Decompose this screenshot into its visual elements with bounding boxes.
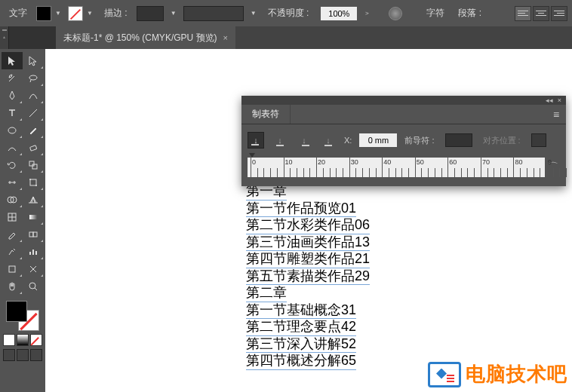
leader-input[interactable] — [445, 133, 472, 147]
panel-collapse-icon[interactable]: ◂◂ — [546, 96, 553, 104]
svg-point-6 — [35, 185, 37, 186]
fill-color-box[interactable] — [6, 301, 27, 322]
ruler-tick-label: 40 — [383, 158, 391, 166]
text-line[interactable]: 第一节作品预览01 — [246, 201, 356, 218]
recolor-icon[interactable] — [389, 7, 402, 20]
slice-tool[interactable] — [23, 260, 44, 277]
ruler-minor-tick — [527, 168, 527, 177]
ruler-minor-tick — [343, 168, 343, 177]
character-link[interactable]: 字符 — [422, 7, 449, 20]
align-left-button[interactable] — [515, 6, 531, 21]
curvature-tool[interactable] — [23, 87, 44, 104]
align-on-input[interactable] — [531, 133, 546, 147]
align-on-label: 对齐位置 : — [483, 135, 521, 146]
symbol-sprayer-tool[interactable] — [2, 243, 23, 260]
perspective-grid-tool[interactable] — [23, 191, 44, 208]
center-tab-button[interactable]: ↓ — [272, 132, 288, 149]
none-mode-button[interactable] — [30, 334, 42, 346]
panel-close-icon[interactable]: × — [558, 96, 561, 104]
text-line[interactable]: 第三节深入讲解52 — [246, 336, 356, 354]
blend-tool[interactable] — [23, 225, 44, 243]
text-line[interactable]: 第二节理念要点42 — [246, 319, 356, 336]
fill-swatch-group[interactable]: ▼ — [36, 6, 63, 21]
color-mode-button[interactable] — [3, 334, 15, 346]
text-line[interactable]: 第四节概述分解65 — [246, 353, 356, 370]
align-right-button[interactable] — [551, 6, 567, 21]
panel-menu-icon[interactable]: ≡ — [546, 105, 566, 124]
ruler-minor-tick — [421, 168, 422, 177]
free-transform-tool[interactable] — [23, 173, 44, 191]
gradient-tool[interactable] — [23, 208, 44, 225]
ruler-tick-label: 50 — [417, 158, 424, 166]
document-tab[interactable]: 未标题-1* @ 150% (CMYK/GPU 预览) × — [56, 26, 235, 49]
width-tool[interactable] — [2, 173, 23, 191]
gradient-mode-button[interactable] — [17, 334, 29, 346]
draw-behind-button[interactable] — [17, 349, 29, 361]
close-tab-icon[interactable]: × — [223, 33, 228, 42]
ruler-minor-tick — [309, 168, 310, 177]
ruler-tick — [447, 158, 448, 177]
type-tool[interactable] — [2, 104, 23, 121]
fill-swatch[interactable] — [36, 6, 51, 21]
hand-tool[interactable] — [2, 277, 23, 295]
text-frame[interactable]: 第一章第一节作品预览01第二节水彩类作品06第三节油画类作品13第四节雕塑类作品… — [246, 183, 370, 370]
opacity-dd-icon[interactable]: > — [361, 6, 372, 21]
paragraph-link[interactable]: 段落 : — [454, 7, 486, 20]
stroke-dropdown-icon[interactable]: ▼ — [85, 6, 95, 21]
stroke-weight-dd-icon[interactable]: ▼ — [168, 6, 179, 21]
x-position-input[interactable]: 0 mm — [359, 133, 397, 147]
text-line[interactable]: 第四节雕塑类作品21 — [246, 251, 370, 268]
scale-tool[interactable] — [23, 156, 44, 173]
tool-panel — [0, 49, 45, 392]
mesh-tool[interactable] — [2, 208, 23, 225]
draw-inside-button[interactable] — [30, 349, 42, 361]
direct-selection-tool[interactable] — [23, 52, 44, 69]
ellipse-tool[interactable] — [2, 121, 23, 139]
ruler-minor-tick — [330, 168, 331, 177]
ruler-tick-label: 70 — [482, 158, 490, 166]
text-line[interactable]: 第三节油画类作品13 — [246, 234, 370, 252]
panel-tab-tabs[interactable]: 制表符 — [241, 105, 291, 124]
svg-rect-2 — [29, 161, 34, 166]
svg-point-14 — [29, 283, 35, 289]
rotate-tool[interactable] — [2, 156, 23, 173]
text-line[interactable]: 第二节水彩类作品06 — [246, 217, 370, 234]
zoom-tool[interactable] — [23, 277, 44, 295]
eyedropper-tool[interactable] — [2, 225, 23, 243]
fill-stroke-indicator[interactable] — [5, 299, 41, 332]
brush-definition-input[interactable] — [183, 6, 244, 21]
text-line[interactable]: 第二章 — [246, 285, 287, 302]
text-line[interactable]: 第一节基础概念31 — [246, 302, 356, 320]
text-line[interactable]: 第五节素描类作品29 — [246, 268, 370, 286]
ruler-minor-tick — [566, 168, 567, 177]
ruler-minor-tick — [277, 168, 278, 177]
leader-label: 前导符 : — [404, 135, 434, 146]
stroke-swatch-group[interactable]: ▼ — [68, 6, 95, 21]
shape-builder-tool[interactable] — [2, 191, 23, 208]
lasso-tool[interactable] — [23, 69, 44, 87]
stroke-weight-input[interactable] — [137, 6, 164, 21]
stroke-swatch[interactable] — [68, 6, 83, 21]
pen-tool[interactable] — [2, 87, 23, 104]
paintbrush-tool[interactable] — [23, 121, 44, 139]
draw-normal-button[interactable] — [3, 349, 15, 361]
line-tool[interactable] — [23, 104, 44, 121]
left-tab-button[interactable]: ↓ — [248, 132, 264, 149]
tab-ruler[interactable]: ⌒ 010203040506070809 — [248, 158, 560, 177]
right-tab-button[interactable]: ↓ — [296, 132, 312, 149]
shaper-tool[interactable] — [2, 139, 23, 156]
decimal-tab-button[interactable]: ↓ — [320, 132, 337, 149]
ruler-minor-tick — [559, 168, 560, 177]
ruler-minor-tick — [500, 168, 501, 177]
align-center-button[interactable] — [533, 6, 549, 21]
selection-tool[interactable] — [2, 52, 23, 69]
artboard-tool[interactable] — [2, 260, 23, 277]
column-graph-tool[interactable] — [23, 243, 44, 260]
ruler-minor-tick — [290, 168, 291, 177]
fill-dropdown-icon[interactable]: ▼ — [53, 6, 63, 21]
eraser-tool[interactable] — [23, 139, 44, 156]
opacity-input[interactable]: 100% — [321, 7, 357, 20]
magic-wand-tool[interactable] — [2, 69, 23, 87]
panel-title-bar[interactable]: ◂◂ × — [241, 96, 566, 105]
brush-definition-dd-icon[interactable]: ▼ — [248, 6, 259, 21]
